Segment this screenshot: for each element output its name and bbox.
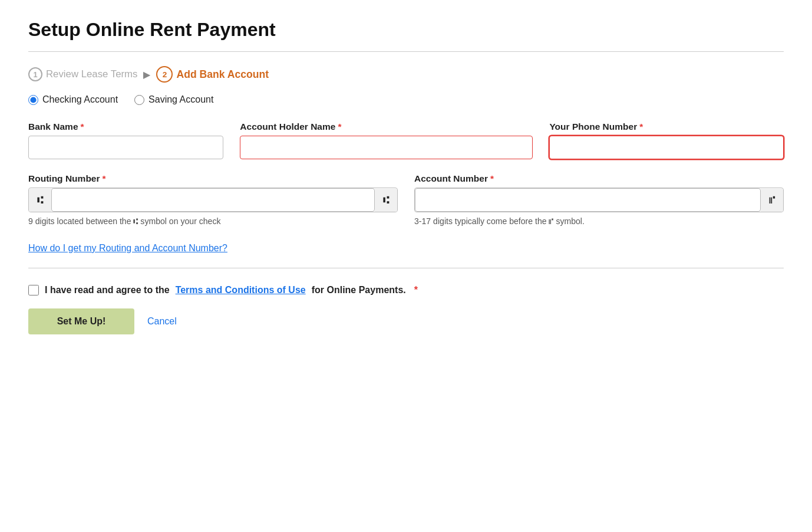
action-row: Set Me Up! Cancel	[28, 308, 784, 334]
phone-group: Your Phone Number*	[549, 121, 784, 159]
routing-required: *	[103, 173, 106, 183]
routing-number-input[interactable]	[51, 188, 375, 212]
account-hint: 3-17 digits typically come before the ⑈ …	[414, 216, 784, 228]
terms-prefix: I have read and agree to the	[45, 285, 170, 295]
account-right-symbol: ⑈	[761, 189, 783, 212]
form-top-grid: Bank Name* Account Holder Name* Your Pho…	[28, 121, 784, 159]
account-holder-label: Account Holder Name*	[240, 121, 533, 132]
page-title: Setup Online Rent Payment	[28, 19, 784, 41]
routing-hint: 9 digits located between the ⑆ symbol on…	[28, 216, 398, 228]
step2-circle: 2	[156, 66, 173, 83]
step1-circle: 1	[28, 67, 42, 81]
terms-row: I have read and agree to the Terms and C…	[28, 285, 784, 295]
saving-radio[interactable]	[134, 95, 144, 105]
step2-label: Add Bank Account	[176, 68, 269, 81]
routing-help-link[interactable]: How do I get my Routing and Account Numb…	[28, 243, 227, 254]
form-divider	[28, 268, 784, 268]
account-number-label: Account Number*	[414, 173, 784, 184]
account-number-required: *	[490, 173, 494, 183]
cancel-button[interactable]: Cancel	[147, 316, 177, 327]
routing-number-label: Routing Number*	[28, 173, 398, 184]
account-input-wrap: ⑈	[414, 188, 784, 212]
terms-link[interactable]: Terms and Conditions of Use	[176, 285, 306, 295]
bank-name-input[interactable]	[28, 136, 223, 159]
breadcrumb: 1 Review Lease Terms ▶ 2 Add Bank Accoun…	[28, 66, 784, 83]
phone-input[interactable]	[549, 136, 784, 159]
account-holder-group: Account Holder Name*	[240, 121, 533, 159]
routing-number-group: Routing Number* ⑆ ⑆ 9 digits located bet…	[28, 173, 398, 228]
routing-left-symbol: ⑆	[29, 189, 51, 212]
checking-radio[interactable]	[28, 95, 38, 105]
bank-name-required: *	[81, 121, 84, 132]
form-bottom-grid: Routing Number* ⑆ ⑆ 9 digits located bet…	[28, 173, 784, 228]
account-holder-input[interactable]	[240, 136, 533, 159]
phone-required: *	[639, 121, 643, 132]
terms-checkbox[interactable]	[28, 285, 39, 295]
account-number-group: Account Number* ⑈ 3-17 digits typically …	[414, 173, 784, 228]
step1-inactive: 1 Review Lease Terms	[28, 67, 137, 81]
title-divider	[28, 51, 784, 52]
bank-name-group: Bank Name*	[28, 121, 223, 159]
account-holder-required: *	[338, 121, 341, 132]
routing-input-wrap: ⑆ ⑆	[28, 188, 398, 212]
bank-name-label: Bank Name*	[28, 121, 223, 132]
checking-label: Checking Account	[42, 94, 118, 105]
terms-required: *	[414, 285, 418, 295]
setup-button[interactable]: Set Me Up!	[28, 308, 134, 334]
breadcrumb-arrow: ▶	[143, 69, 150, 80]
phone-label: Your Phone Number*	[549, 121, 784, 132]
routing-right-symbol: ⑆	[375, 189, 397, 212]
saving-label: Saving Account	[148, 94, 213, 105]
terms-suffix: for Online Payments.	[312, 285, 406, 295]
step2-active: 2 Add Bank Account	[156, 66, 269, 83]
checking-radio-label[interactable]: Checking Account	[28, 94, 118, 105]
account-number-input[interactable]	[415, 188, 761, 212]
account-type-row: Checking Account Saving Account	[28, 94, 784, 105]
step1-label: Review Lease Terms	[46, 68, 137, 80]
saving-radio-label[interactable]: Saving Account	[134, 94, 213, 105]
